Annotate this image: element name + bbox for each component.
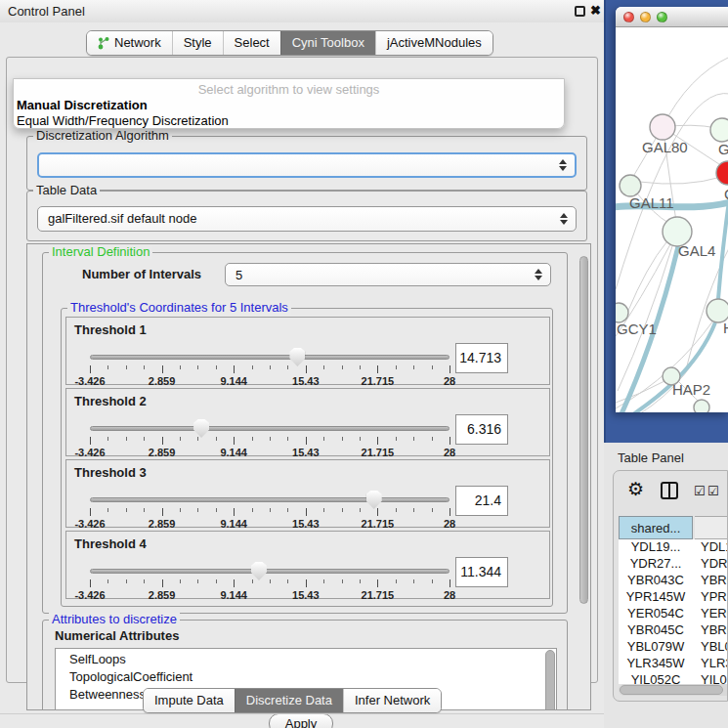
cell-name: YDR2 — [701, 556, 728, 571]
network-canvas[interactable]: GAL80GACGAL11GAL4GCY1HAHAP2 — [616, 27, 728, 412]
column-header-name[interactable]: na — [695, 516, 728, 539]
list-item[interactable]: TopologicalCoefficient — [56, 668, 556, 686]
gear-icon[interactable]: ⚙ — [627, 478, 644, 500]
network-edge — [663, 57, 728, 127]
tick-mark — [360, 508, 361, 512]
tab-cyni-toolbox[interactable]: Cyni Toolbox — [280, 31, 375, 55]
tick-mark — [90, 579, 91, 587]
tick-mark — [270, 437, 271, 441]
threshold-value-field[interactable]: 6.316 — [455, 414, 508, 445]
table-panel-title: Table Panel — [618, 450, 684, 465]
bottom-tab-impute-data[interactable]: Impute Data — [144, 689, 235, 712]
cell-name: YER0 — [701, 606, 728, 621]
slider-thumb[interactable] — [289, 348, 305, 366]
checkbox-icon[interactable]: ☑ — [707, 484, 719, 498]
tick-mark — [144, 508, 145, 512]
table-row[interactable]: YER054CYER0 — [619, 606, 728, 622]
network-window[interactable]: GAL80GACGAL11GAL4GCY1HAHAP2 — [616, 7, 728, 412]
list-scrollbar[interactable] — [545, 650, 555, 710]
number-of-intervals-combobox[interactable]: 5 — [225, 263, 551, 286]
slider-thumb[interactable] — [366, 491, 382, 509]
network-node-c[interactable] — [716, 161, 728, 185]
cyni-toolbox-panel: Discretization Algorithm Table Data galF… — [6, 57, 598, 683]
table-row[interactable]: YPR145WYPR1 — [619, 589, 728, 606]
tick-label: 21.715 — [356, 447, 399, 458]
close-icon[interactable]: ✖ — [590, 3, 601, 18]
table-row[interactable]: YBR045CYBR0 — [619, 622, 728, 639]
mac-minimize-button[interactable] — [640, 12, 651, 22]
tick-label: 2.859 — [141, 518, 184, 530]
tick-mark — [413, 579, 414, 583]
threshold-slider-4[interactable]: -3.4262.8599.14415.4321.71528 — [90, 561, 450, 598]
algorithm-combobox[interactable] — [37, 152, 577, 178]
threshold-coordinates-group: Threshold's Coordinates for 5 Intervals … — [61, 308, 553, 607]
apply-button[interactable]: Apply — [269, 713, 333, 728]
tick-mark — [450, 579, 450, 587]
algorithm-option-equal-width[interactable]: Equal Width/Frequency Discretization — [17, 113, 229, 128]
threshold-slider-3[interactable]: -3.4262.8599.14415.4321.71528 — [90, 490, 450, 527]
tick-label: -3.426 — [68, 447, 111, 458]
table-row[interactable]: YIL052CYIL0 — [619, 672, 728, 684]
tick-mark — [180, 365, 181, 369]
tab-label: Style — [184, 31, 212, 55]
scrollbar-thumb[interactable] — [620, 685, 723, 695]
tick-mark — [162, 508, 163, 516]
checkbox-icon[interactable]: ☑ — [694, 484, 706, 498]
mac-close-button[interactable] — [623, 12, 634, 22]
tick-mark — [287, 365, 288, 369]
tick-mark — [197, 579, 198, 583]
slider-ticks — [90, 365, 450, 374]
table-data-combobox[interactable]: galFiltered.sif default node — [37, 206, 577, 232]
table-row[interactable]: YLR345WYLR3 — [619, 656, 728, 672]
list-item[interactable]: SelfLoops — [56, 651, 556, 668]
column-header-shared[interactable]: shared... — [619, 516, 693, 539]
attributes-group-label: Attributes to discretize — [49, 613, 180, 626]
tick-mark — [252, 579, 253, 583]
network-node-gcy1[interactable] — [616, 303, 628, 322]
network-graph: GAL80GACGAL11GAL4GCY1HAHAP2 — [616, 27, 728, 412]
threshold-value-field[interactable]: 14.713 — [455, 343, 508, 373]
tick-mark — [396, 579, 397, 583]
table-row[interactable]: YDR27...YDR2 — [619, 556, 728, 573]
threshold-slider-1[interactable]: -3.4262.8599.14415.4321.71528 — [90, 347, 450, 384]
split-columns-icon[interactable] — [661, 482, 678, 499]
tab-jactivemnodules[interactable]: jActiveMNodules — [375, 31, 492, 55]
network-node[interactable] — [694, 400, 709, 412]
table-row[interactable]: YBR043CYBR0 — [619, 573, 728, 589]
tick-mark — [323, 365, 324, 369]
tick-mark — [413, 437, 414, 441]
tick-mark — [107, 579, 108, 583]
tab-style[interactable]: Style — [172, 31, 223, 55]
tick-mark — [377, 579, 378, 587]
tick-mark — [287, 579, 288, 583]
network-node-gal80[interactable] — [650, 114, 675, 140]
control-panel-titlebar: Control Panel ✖ — [0, 0, 604, 22]
node-label: GAL4 — [678, 242, 715, 259]
tick-mark — [377, 437, 378, 445]
tick-mark — [162, 365, 163, 373]
horizontal-scrollbar[interactable] — [619, 684, 728, 696]
table-row[interactable]: YDL19...YDL1 — [619, 539, 728, 556]
tick-mark — [432, 365, 433, 369]
bottom-tab-infer-network[interactable]: Infer Network — [343, 689, 441, 712]
tab-select[interactable]: Select — [223, 31, 280, 55]
tick-mark — [323, 508, 324, 512]
bottom-tab-label: Infer Network — [355, 689, 430, 712]
algorithm-option-manual[interactable]: Manual Discretization — [17, 98, 148, 112]
cell-name: YDL1 — [701, 539, 728, 554]
threshold-slider-2[interactable]: -3.4262.8599.14415.4321.71528 — [90, 418, 450, 455]
table-body: YDL19...YDL1YDR27...YDR2YBR043CYBR0YPR14… — [619, 539, 728, 684]
tab-network[interactable]: Network — [87, 31, 172, 55]
mac-zoom-button[interactable] — [657, 12, 667, 22]
cell-shared-name: YBL079W — [619, 639, 693, 654]
float-window-icon[interactable] — [575, 6, 585, 17]
network-node-ga[interactable] — [710, 118, 728, 142]
slider-thumb[interactable] — [193, 419, 209, 438]
threshold-value-field[interactable]: 21.4 — [455, 486, 508, 516]
slider-thumb[interactable] — [251, 562, 267, 580]
bottom-tab-discretize-data[interactable]: Discretize Data — [235, 689, 343, 712]
table-row[interactable]: YBL079WYBL0 — [619, 639, 728, 656]
network-node-gal11[interactable] — [620, 175, 641, 196]
vertical-scrollbar[interactable] — [579, 256, 588, 604]
threshold-value-field[interactable]: 11.344 — [455, 557, 508, 587]
